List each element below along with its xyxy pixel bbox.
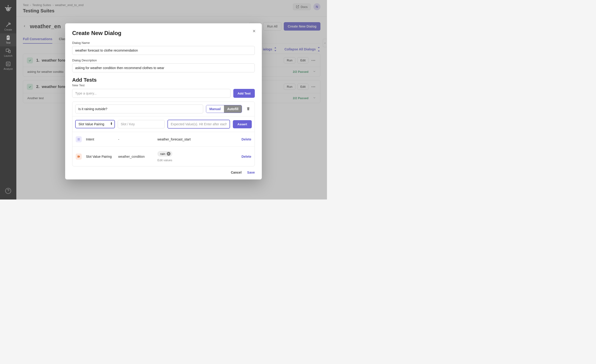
autofill-toggle[interactable]: Autofill xyxy=(224,105,242,113)
remove-tag-icon[interactable]: ✕ xyxy=(167,152,171,156)
create-dialog-modal: Create New Dialog Dialog Name Dialog Des… xyxy=(65,23,262,179)
test-definition-block: Manual Autofill Slot Value Pairing ▲▼ As… xyxy=(72,102,255,166)
assertion-slot: weather_condition xyxy=(118,155,153,158)
assertion-row: Slot Value Pairing weather_condition rai… xyxy=(72,147,254,166)
assert-button[interactable]: Assert xyxy=(233,120,252,128)
dialog-desc-input[interactable] xyxy=(72,64,255,72)
delete-assertion-link[interactable]: Delete xyxy=(241,138,251,141)
dialog-name-label: Dialog Name xyxy=(72,41,255,44)
expected-values-input[interactable] xyxy=(167,120,230,129)
intent-icon xyxy=(76,136,82,142)
new-test-label: New Test xyxy=(72,84,255,87)
assertion-type-select[interactable]: Slot Value Pairing ▲▼ xyxy=(75,120,115,128)
manual-toggle[interactable]: Manual xyxy=(206,105,224,113)
assertion-value: rain ✕ Edit values xyxy=(157,151,237,162)
modal-overlay[interactable]: Create New Dialog Dialog Name Dialog Des… xyxy=(0,0,327,199)
close-icon[interactable] xyxy=(252,29,256,34)
dialog-desc-label: Dialog Description xyxy=(72,58,255,62)
select-arrows-icon: ▲▼ xyxy=(110,122,112,125)
add-tests-title: Add Tests xyxy=(72,77,255,83)
edit-values-link[interactable]: Edit values xyxy=(157,158,237,162)
dialog-name-input[interactable] xyxy=(72,46,255,55)
save-button[interactable]: Save xyxy=(247,171,255,174)
value-tag[interactable]: rain ✕ xyxy=(157,151,172,157)
assertion-value: weather_forecast_start xyxy=(157,138,237,141)
assertion-row: Intent - weather_forecast_start Delete xyxy=(72,132,254,147)
delete-assertion-link[interactable]: Delete xyxy=(241,155,251,158)
assertion-type: Intent xyxy=(86,138,114,141)
modal-title: Create New Dialog xyxy=(72,30,255,36)
slot-key-input[interactable] xyxy=(118,120,165,128)
add-test-button[interactable]: Add Test xyxy=(233,89,255,98)
new-test-input[interactable] xyxy=(72,89,231,98)
test-mode-toggle: Manual Autofill xyxy=(206,105,242,113)
trash-icon[interactable] xyxy=(245,105,252,113)
cancel-button[interactable]: Cancel xyxy=(231,171,241,174)
slot-icon xyxy=(76,153,82,160)
assertion-slot: - xyxy=(118,138,153,141)
assertion-type: Slot Value Pairing xyxy=(86,155,114,158)
test-query-input[interactable] xyxy=(75,104,203,113)
